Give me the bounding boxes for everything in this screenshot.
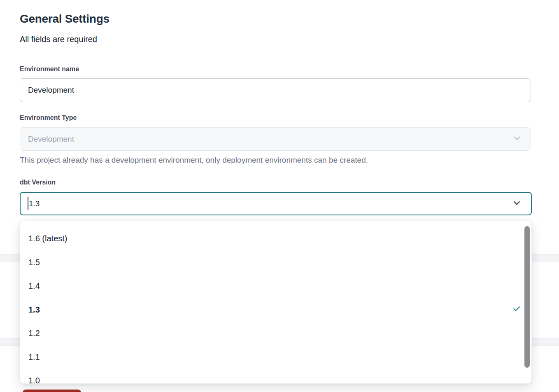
option-label: 1.4 xyxy=(28,281,40,291)
dropdown-option-1-2[interactable]: 1.2 xyxy=(20,322,531,345)
text-cursor xyxy=(28,197,28,210)
chevron-down-icon xyxy=(512,198,522,210)
dropdown-option-1-6[interactable]: 1.6 (latest) xyxy=(20,227,531,251)
dropdown-scrollbar[interactable] xyxy=(524,226,530,368)
dropdown-option-1-4[interactable]: 1.4 xyxy=(20,274,531,298)
general-settings-page: General Settings All fields are required… xyxy=(0,0,559,392)
dropdown-option-1-5[interactable]: 1.5 xyxy=(20,251,531,275)
dbt-version-combobox[interactable]: 1.3 xyxy=(20,192,532,215)
dbt-version-dropdown-list: 1.6 (latest) 1.5 1.4 1.3 1.2 1.1 1.0 xyxy=(20,221,532,384)
dbt-version-value: 1.3 xyxy=(29,199,40,208)
dbt-version-label: dbt Version xyxy=(20,179,56,186)
page-title: General Settings xyxy=(20,12,109,26)
environment-type-value: Development xyxy=(28,135,74,144)
environment-name-label: Environment name xyxy=(20,65,79,73)
environment-type-helper: This project already has a development e… xyxy=(20,156,368,165)
page-subtitle: All fields are required xyxy=(20,35,97,44)
option-label: 1.3 xyxy=(28,305,40,315)
option-label: 1.1 xyxy=(28,352,40,362)
dropdown-option-1-1[interactable]: 1.1 xyxy=(20,345,531,369)
check-icon xyxy=(512,305,521,315)
environment-name-input[interactable] xyxy=(20,78,531,102)
dropdown-option-1-0[interactable]: 1.0 xyxy=(20,369,531,384)
dropdown-option-1-3[interactable]: 1.3 xyxy=(20,298,531,322)
option-label: 1.2 xyxy=(28,329,40,338)
environment-type-label: Environment Type xyxy=(20,114,77,121)
option-label: 1.5 xyxy=(28,258,40,267)
option-label: 1.0 xyxy=(28,376,40,384)
environment-type-select[interactable]: Development xyxy=(20,127,531,151)
delete-button[interactable] xyxy=(23,390,81,392)
chevron-down-icon xyxy=(512,133,522,145)
option-label: 1.6 (latest) xyxy=(28,234,67,243)
